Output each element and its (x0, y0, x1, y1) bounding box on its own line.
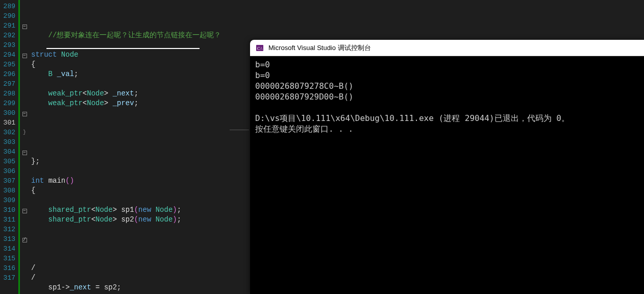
code-token: //想要对象连在一起呢？让生成的节点链接在一起呢？ (48, 31, 221, 39)
fold-cell[interactable] (20, 176, 29, 186)
fold-cell[interactable]: − (20, 205, 29, 215)
fold-cell[interactable] (20, 79, 29, 89)
line-number[interactable]: 313 (0, 234, 15, 244)
code-token: main (48, 177, 66, 185)
fold-collapse-icon[interactable]: − (22, 24, 27, 29)
fold-cell[interactable] (20, 186, 29, 195)
line-number[interactable]: 314 (0, 244, 15, 254)
code-line[interactable]: //想要对象连在一起呢？让生成的节点链接在一起呢？ (29, 31, 644, 40)
fold-cell[interactable] (20, 2, 29, 11)
fold-cell[interactable] (20, 157, 29, 166)
fold-collapse-icon[interactable]: − (22, 151, 27, 155)
fold-collapse-icon[interactable]: − (22, 54, 27, 58)
line-number[interactable]: 306 (0, 166, 15, 176)
line-number[interactable]: 312 (0, 225, 15, 234)
line-number[interactable]: 297 (0, 79, 15, 89)
fold-cell[interactable] (20, 195, 29, 205)
line-number[interactable]: 317 (0, 273, 15, 283)
code-token: < (83, 89, 87, 97)
code-token: ) (172, 215, 177, 224)
fold-cell[interactable] (20, 166, 29, 176)
fold-cell[interactable] (20, 31, 29, 40)
code-token: shared_ptr (48, 206, 91, 214)
line-number[interactable]: 299 (0, 99, 15, 108)
fold-cell[interactable] (20, 60, 29, 69)
fold-margin[interactable]: −−−}−−/ (20, 0, 29, 294)
fold-cell[interactable] (20, 273, 29, 283)
line-number[interactable]: 290 (0, 11, 15, 21)
code-token: sp1 (121, 206, 134, 214)
code-token: < (91, 215, 95, 224)
code-token: _val (57, 70, 74, 78)
console-titlebar[interactable]: C:\ Microsoft Visual Studio 调试控制台 (250, 40, 644, 56)
code-token: ) (172, 206, 177, 214)
code-token: > (113, 215, 117, 224)
fold-cell[interactable] (20, 40, 29, 50)
debug-console-window[interactable]: C:\ Microsoft Visual Studio 调试控制台 b=0 b=… (250, 40, 644, 294)
line-number[interactable]: 289 (0, 2, 15, 11)
fold-cell[interactable] (20, 89, 29, 99)
code-token: < (91, 206, 95, 214)
code-token: ; (35, 157, 39, 165)
fold-cell[interactable]: / (20, 234, 29, 244)
code-token (108, 89, 112, 97)
fold-cell[interactable] (20, 254, 29, 263)
code-token: Node (95, 206, 113, 214)
fold-collapse-icon[interactable]: − (22, 209, 27, 213)
code-token: ( (134, 206, 138, 214)
console-output[interactable]: b=0 b=0 00000268079278C0~B() 00000268079… (250, 56, 644, 137)
code-token: ; (74, 70, 78, 78)
line-number[interactable]: 294 (0, 50, 15, 60)
fold-cell[interactable] (20, 69, 29, 79)
fold-cell[interactable] (20, 215, 29, 225)
fold-cell[interactable] (20, 118, 29, 128)
line-number[interactable]: 293 (0, 40, 15, 50)
fold-cell[interactable] (20, 11, 29, 21)
fold-region-icon[interactable]: / (22, 238, 27, 242)
code-token: ; (177, 206, 181, 214)
code-token (31, 31, 48, 39)
line-number[interactable]: 309 (0, 195, 15, 205)
fold-cell[interactable] (20, 225, 29, 234)
code-token: { (31, 60, 35, 68)
code-token: struct (31, 51, 57, 59)
code-token: ; (134, 99, 138, 107)
fold-cell[interactable] (20, 263, 29, 273)
line-number[interactable]: 302 (0, 128, 15, 137)
code-token: _next (70, 283, 91, 291)
line-number[interactable]: 301 (0, 118, 15, 128)
line-number[interactable]: 305 (0, 157, 15, 166)
fold-cell[interactable]: } (20, 128, 29, 137)
code-token (151, 206, 155, 214)
fold-cell[interactable]: − (20, 108, 29, 118)
line-number[interactable]: 291 (0, 21, 15, 31)
code-token: new (138, 206, 151, 214)
code-token: Node (156, 215, 173, 224)
fold-cell[interactable]: − (20, 50, 29, 60)
line-number[interactable]: 303 (0, 137, 15, 147)
fold-cell[interactable] (20, 244, 29, 254)
fold-cell[interactable] (20, 137, 29, 147)
line-number[interactable]: 315 (0, 254, 15, 263)
fold-cell[interactable]: − (20, 147, 29, 157)
line-number[interactable]: 292 (0, 31, 15, 40)
code-token: shared_ptr (48, 215, 91, 224)
code-token: / (31, 274, 35, 282)
line-number[interactable]: 298 (0, 89, 15, 99)
line-number[interactable]: 296 (0, 69, 15, 79)
line-number[interactable]: 300 (0, 108, 15, 118)
line-number[interactable]: 304 (0, 147, 15, 157)
code-token: > (104, 89, 108, 97)
line-number[interactable]: 307 (0, 176, 15, 186)
line-number-gutter[interactable]: 2892902912922932942952962972982993003013… (0, 0, 18, 294)
fold-cell[interactable] (20, 99, 29, 108)
line-number[interactable]: 295 (0, 60, 15, 69)
code-token: -> (61, 283, 70, 291)
line-number[interactable]: 308 (0, 186, 15, 195)
fold-cell[interactable]: − (20, 21, 29, 31)
code-token: () (65, 177, 74, 185)
line-number[interactable]: 316 (0, 263, 15, 273)
line-number[interactable]: 311 (0, 215, 15, 225)
fold-collapse-icon[interactable]: − (22, 112, 27, 116)
line-number[interactable]: 310 (0, 205, 15, 215)
